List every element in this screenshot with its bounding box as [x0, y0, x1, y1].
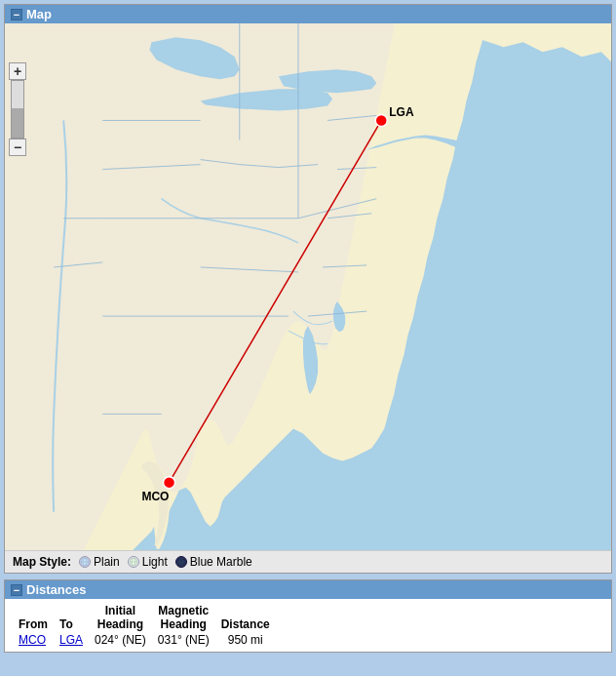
col-magnetic-header: MagneticHeading	[152, 603, 215, 632]
cell-initial-heading: 024° (NE)	[89, 632, 152, 648]
style-marble-radio[interactable]	[175, 556, 187, 568]
distances-title: Distances	[26, 582, 86, 597]
zoom-in-button[interactable]: +	[9, 62, 26, 80]
lga-airport-marker	[375, 114, 387, 126]
style-marble-label: Blue Marble	[190, 555, 252, 569]
distances-section: − Distances From To InitialHeading Magne…	[4, 579, 612, 653]
map-collapse-button[interactable]: −	[11, 9, 22, 20]
style-marble-option[interactable]: Blue Marble	[175, 555, 252, 569]
map-title-bar: − Map	[5, 5, 611, 23]
map-section: − Map	[4, 4, 612, 574]
cell-to: LGA	[54, 632, 89, 648]
mco-airport-marker	[164, 477, 175, 489]
table-header-row: From To InitialHeading MagneticHeading D…	[13, 603, 276, 632]
table-row: MCO LGA 024° (NE) 031° (NE) 950 mi	[13, 632, 276, 648]
style-light-option[interactable]: Light	[128, 555, 168, 569]
col-to-header: To	[54, 603, 89, 632]
to-airport-link[interactable]: LGA	[59, 633, 83, 647]
distances-title-bar: − Distances	[5, 580, 611, 599]
col-from-header: From	[13, 603, 54, 632]
distances-collapse-button[interactable]: −	[11, 584, 22, 596]
map-style-label: Map Style:	[13, 555, 71, 569]
svg-text:LGA: LGA	[389, 105, 414, 119]
svg-text:MCO: MCO	[141, 490, 169, 503]
from-airport-link[interactable]: MCO	[19, 633, 46, 647]
style-plain-radio[interactable]	[79, 556, 91, 568]
zoom-controls: + −	[9, 62, 26, 156]
cell-from: MCO	[13, 632, 54, 648]
cell-magnetic-heading: 031° (NE)	[152, 632, 215, 648]
page-wrapper: − Map	[0, 0, 616, 676]
zoom-scale	[11, 80, 24, 139]
style-plain-label: Plain	[94, 555, 120, 569]
map-title: Map	[26, 7, 52, 21]
map-style-bar: Map Style: Plain	[5, 550, 611, 573]
col-initial-header: InitialHeading	[89, 603, 152, 632]
map-container: LGA MCO + −	[5, 23, 611, 550]
cell-distance: 950 mi	[215, 632, 276, 648]
style-light-radio[interactable]	[128, 556, 139, 568]
zoom-out-button[interactable]: −	[9, 139, 26, 156]
map-svg: LGA MCO	[5, 23, 611, 550]
distances-table: From To InitialHeading MagneticHeading D…	[13, 603, 276, 648]
style-light-label: Light	[142, 555, 168, 569]
col-distance-header: Distance	[215, 603, 276, 632]
style-plain-option[interactable]: Plain	[79, 555, 120, 569]
